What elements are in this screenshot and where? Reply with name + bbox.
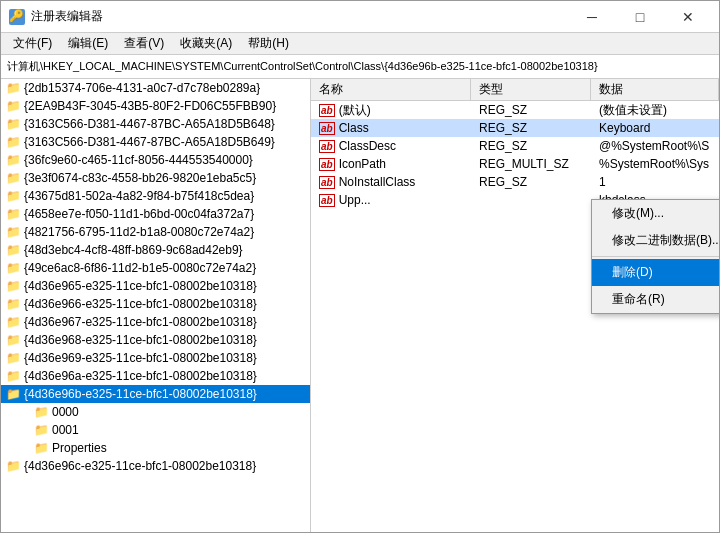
reg-name-text: Upp... bbox=[339, 193, 371, 207]
tree-item[interactable]: 📁Properties bbox=[1, 439, 310, 457]
tree-item[interactable]: 📁{4d36e96a-e325-11ce-bfc1-08002be10318} bbox=[1, 367, 310, 385]
reg-cell-name: ab(默认) bbox=[311, 101, 471, 120]
title-bar: 🔑 注册表编辑器 ─ □ ✕ bbox=[1, 1, 719, 33]
ab-icon: ab bbox=[319, 122, 335, 135]
registry-row[interactable]: ab(默认)REG_SZ(数值未设置) bbox=[311, 101, 719, 119]
tree-item[interactable]: 📁0000 bbox=[1, 403, 310, 421]
context-menu-item-modify_bin[interactable]: 修改二进制数据(B)... bbox=[592, 227, 719, 254]
tree-item-label: {2db15374-706e-4131-a0c7-d7c78eb0289a} bbox=[24, 81, 260, 95]
tree-item-label: Properties bbox=[52, 441, 107, 455]
tree-item[interactable]: 📁{43675d81-502a-4a82-9f84-b75f418c5dea} bbox=[1, 187, 310, 205]
reg-cell-name: abClass bbox=[311, 120, 471, 136]
registry-row[interactable]: abNoInstallClassREG_SZ1 bbox=[311, 173, 719, 191]
folder-icon: 📁 bbox=[5, 170, 21, 186]
menu-item[interactable]: 收藏夹(A) bbox=[172, 33, 240, 54]
tree-item-label: {43675d81-502a-4a82-9f84-b75f418c5dea} bbox=[24, 189, 254, 203]
col-header-data: 数据 bbox=[591, 79, 719, 100]
menu-item[interactable]: 编辑(E) bbox=[60, 33, 116, 54]
tree-item[interactable]: 📁{4d36e967-e325-11ce-bfc1-08002be10318} bbox=[1, 313, 310, 331]
menu-item[interactable]: 查看(V) bbox=[116, 33, 172, 54]
reg-cell-type: REG_MULTI_SZ bbox=[471, 156, 591, 172]
main-window: 🔑 注册表编辑器 ─ □ ✕ 文件(F)编辑(E)查看(V)收藏夹(A)帮助(H… bbox=[0, 0, 720, 533]
window-controls: ─ □ ✕ bbox=[569, 2, 711, 32]
tree-item[interactable]: 📁{4658ee7e-f050-11d1-b6bd-00c04fa372a7} bbox=[1, 205, 310, 223]
folder-icon: 📁 bbox=[5, 188, 21, 204]
registry-header: 名称 类型 数据 bbox=[311, 79, 719, 101]
tree-item[interactable]: 📁{4d36e96b-e325-11ce-bfc1-08002be10318} bbox=[1, 385, 310, 403]
folder-icon: 📁 bbox=[5, 350, 21, 366]
left-panel[interactable]: 📁{2db15374-706e-4131-a0c7-d7c78eb0289a}📁… bbox=[1, 79, 311, 532]
reg-name-text: NoInstallClass bbox=[339, 175, 416, 189]
tree-item[interactable]: 📁{4d36e965-e325-11ce-bfc1-08002be10318} bbox=[1, 277, 310, 295]
app-icon: 🔑 bbox=[9, 9, 25, 25]
tree-item[interactable]: 📁{2db15374-706e-4131-a0c7-d7c78eb0289a} bbox=[1, 79, 310, 97]
tree-item[interactable]: 📁{3163C566-D381-4467-87BC-A65A18D5B648} bbox=[1, 115, 310, 133]
tree-item[interactable]: 📁{49ce6ac8-6f86-11d2-b1e5-0080c72e74a2} bbox=[1, 259, 310, 277]
close-button[interactable]: ✕ bbox=[665, 2, 711, 32]
reg-cell-name: abClassDesc bbox=[311, 138, 471, 154]
reg-name-text: Class bbox=[339, 121, 369, 135]
right-panel: 名称 类型 数据 ab(默认)REG_SZ(数值未设置)abClassREG_S… bbox=[311, 79, 719, 532]
folder-icon: 📁 bbox=[33, 422, 49, 438]
context-menu-item-delete[interactable]: 删除(D) bbox=[592, 259, 719, 286]
col-header-name: 名称 bbox=[311, 79, 471, 100]
menu-item[interactable]: 文件(F) bbox=[5, 33, 60, 54]
folder-icon: 📁 bbox=[5, 134, 21, 150]
tree-item-label: {4d36e96a-e325-11ce-bfc1-08002be10318} bbox=[24, 369, 257, 383]
reg-cell-type: REG_SZ bbox=[471, 102, 591, 118]
registry-row[interactable]: abIconPathREG_MULTI_SZ%SystemRoot%\Sys bbox=[311, 155, 719, 173]
reg-cell-data: 1 bbox=[591, 174, 719, 190]
tree-item-label: {4821756-6795-11d2-b1a8-0080c72e74a2} bbox=[24, 225, 254, 239]
tree-item-label: {3163C566-D381-4467-87BC-A65A18D5B649} bbox=[24, 135, 275, 149]
registry-row[interactable]: abClassREG_SZKeyboard bbox=[311, 119, 719, 137]
tree-item[interactable]: 📁{2EA9B43F-3045-43B5-80F2-FD06C55FBB90} bbox=[1, 97, 310, 115]
tree-item-label: {3e3f0674-c83c-4558-bb26-9820e1eba5c5} bbox=[24, 171, 256, 185]
tree-item-label: {49ce6ac8-6f86-11d2-b1e5-0080c72e74a2} bbox=[24, 261, 256, 275]
tree-item-label: {4d36e96c-e325-11ce-bfc1-08002be10318} bbox=[24, 459, 256, 473]
reg-cell-name: abUpp... bbox=[311, 192, 471, 208]
reg-cell-data: %SystemRoot%\Sys bbox=[591, 156, 719, 172]
folder-icon: 📁 bbox=[5, 278, 21, 294]
folder-icon: 📁 bbox=[5, 152, 21, 168]
tree-item[interactable]: 📁{4d36e966-e325-11ce-bfc1-08002be10318} bbox=[1, 295, 310, 313]
tree-item[interactable]: 📁{4821756-6795-11d2-b1a8-0080c72e74a2} bbox=[1, 223, 310, 241]
tree-item[interactable]: 📁{4d36e96c-e325-11ce-bfc1-08002be10318} bbox=[1, 457, 310, 475]
registry-rows[interactable]: ab(默认)REG_SZ(数值未设置)abClassREG_SZKeyboard… bbox=[311, 101, 719, 532]
context-menu-item-rename[interactable]: 重命名(R) bbox=[592, 286, 719, 313]
window-title: 注册表编辑器 bbox=[31, 8, 569, 25]
folder-icon: 📁 bbox=[5, 368, 21, 384]
reg-name-text: (默认) bbox=[339, 102, 371, 119]
folder-icon: 📁 bbox=[33, 440, 49, 456]
tree-item[interactable]: 📁0001 bbox=[1, 421, 310, 439]
address-label: 计算机\HKEY_LOCAL_MACHINE\SYSTEM\CurrentCon… bbox=[7, 59, 598, 74]
menu-item[interactable]: 帮助(H) bbox=[240, 33, 297, 54]
folder-icon: 📁 bbox=[5, 206, 21, 222]
tree-item-label: 0001 bbox=[52, 423, 79, 437]
reg-cell-type: REG_SZ bbox=[471, 138, 591, 154]
main-content: 📁{2db15374-706e-4131-a0c7-d7c78eb0289a}📁… bbox=[1, 79, 719, 532]
folder-icon: 📁 bbox=[5, 116, 21, 132]
tree-item-label: {36fc9e60-c465-11cf-8056-444553540000} bbox=[24, 153, 253, 167]
tree-item[interactable]: 📁{4d36e969-e325-11ce-bfc1-08002be10318} bbox=[1, 349, 310, 367]
folder-icon: 📁 bbox=[5, 386, 21, 402]
tree-item-label: {48d3ebc4-4cf8-48ff-b869-9c68ad42eb9} bbox=[24, 243, 243, 257]
tree-item[interactable]: 📁{4d36e968-e325-11ce-bfc1-08002be10318} bbox=[1, 331, 310, 349]
folder-icon: 📁 bbox=[5, 458, 21, 474]
folder-icon: 📁 bbox=[5, 242, 21, 258]
folder-icon: 📁 bbox=[5, 80, 21, 96]
reg-cell-data: @%SystemRoot%\S bbox=[591, 138, 719, 154]
tree-item[interactable]: 📁{3163C566-D381-4467-87BC-A65A18D5B649} bbox=[1, 133, 310, 151]
context-menu-separator bbox=[592, 256, 719, 257]
registry-row[interactable]: abClassDescREG_SZ@%SystemRoot%\S bbox=[311, 137, 719, 155]
maximize-button[interactable]: □ bbox=[617, 2, 663, 32]
tree-item[interactable]: 📁{3e3f0674-c83c-4558-bb26-9820e1eba5c5} bbox=[1, 169, 310, 187]
tree-item[interactable]: 📁{48d3ebc4-4cf8-48ff-b869-9c68ad42eb9} bbox=[1, 241, 310, 259]
reg-cell-name: abNoInstallClass bbox=[311, 174, 471, 190]
tree-item-label: {3163C566-D381-4467-87BC-A65A18D5B648} bbox=[24, 117, 275, 131]
tree-item[interactable]: 📁{36fc9e60-c465-11cf-8056-444553540000} bbox=[1, 151, 310, 169]
minimize-button[interactable]: ─ bbox=[569, 2, 615, 32]
folder-icon: 📁 bbox=[33, 404, 49, 420]
context-menu-item-modify[interactable]: 修改(M)... bbox=[592, 200, 719, 227]
ab-icon: ab bbox=[319, 194, 335, 207]
reg-cell-name: abIconPath bbox=[311, 156, 471, 172]
